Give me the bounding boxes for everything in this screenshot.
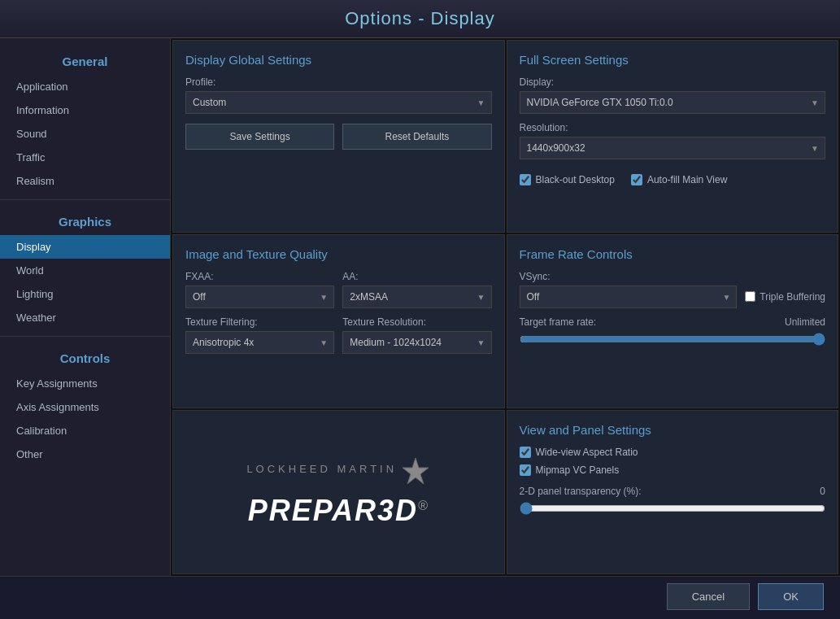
- sidebar-item-traffic[interactable]: Traffic: [0, 146, 170, 169]
- aa-row: AA: Off2xMSAA4xMSAA8xMSAA: [342, 271, 491, 308]
- triple-buffering-row[interactable]: Triple Buffering: [745, 291, 825, 303]
- profile-label: Profile:: [185, 76, 492, 88]
- sidebar-divider-1: [0, 199, 170, 200]
- aa-label: AA:: [342, 271, 491, 282]
- fxaa-select[interactable]: OffLowMediumHigh: [185, 286, 334, 308]
- tex-resolution-label: Texture Resolution:: [342, 316, 491, 328]
- bottom-bar: Cancel OK: [0, 576, 840, 617]
- lockheed-martin-icon: [401, 456, 430, 486]
- texture-panel: Image and Texture Quality FXAA: OffLowMe…: [172, 234, 505, 409]
- view-panel: View and Panel Settings Wide-view Aspect…: [507, 410, 839, 574]
- resolution-label: Resolution:: [520, 122, 826, 133]
- wideview-checkbox[interactable]: [520, 447, 531, 458]
- transparency-slider[interactable]: [520, 502, 826, 515]
- fxaa-select-wrapper: OffLowMediumHigh: [185, 286, 334, 308]
- sidebar-item-weather[interactable]: Weather: [0, 306, 170, 329]
- fxaa-row: FXAA: OffLowMediumHigh: [185, 271, 334, 308]
- sidebar: General Application Information Sound Tr…: [0, 38, 171, 576]
- mipmap-row: Mipmap VC Panels: [520, 464, 826, 476]
- lockheed-martin-text: LOCKHEED MARTIN: [246, 463, 397, 475]
- settings-buttons: Save Settings Reset Defaults: [185, 124, 492, 150]
- tex-resolution-row: Texture Resolution: Low - 512x512Medium …: [342, 316, 491, 354]
- target-rate-slider[interactable]: [520, 333, 826, 346]
- target-rate-value: Unlimited: [785, 316, 825, 328]
- fxaa-label: FXAA:: [185, 271, 334, 282]
- sidebar-item-application[interactable]: Application: [0, 75, 170, 98]
- lockheed-martin-logo: LOCKHEED MARTIN: [246, 456, 430, 486]
- view-panel-title: View and Panel Settings: [520, 423, 826, 437]
- tex-resolution-select[interactable]: Low - 512x512Medium - 1024x1024High - 20…: [342, 331, 491, 354]
- vsync-select[interactable]: OffOn: [520, 286, 738, 308]
- transparency-label: 2-D panel transparency (%):: [520, 486, 642, 497]
- sidebar-item-lighting[interactable]: Lighting: [0, 282, 170, 306]
- mipmap-label: Mipmap VC Panels: [536, 464, 620, 476]
- triple-buffering-label-text: Triple Buffering: [759, 291, 825, 303]
- target-rate-label: Target frame rate:: [520, 316, 597, 328]
- fullscreen-panel: Full Screen Settings Display: NVIDIA GeF…: [507, 40, 839, 233]
- sidebar-item-other[interactable]: Other: [0, 442, 170, 466]
- resolution-select-wrapper: 1920x1080x321440x900x321280x720x32: [520, 137, 826, 159]
- prepar3d-logo: PREPAR3D®: [248, 494, 429, 528]
- profile-select[interactable]: CustomLowMediumHighUltra: [185, 91, 492, 114]
- display-label: Display:: [520, 76, 826, 88]
- save-settings-button[interactable]: Save Settings: [185, 124, 334, 150]
- mipmap-checkbox[interactable]: [520, 464, 531, 476]
- sidebar-item-display[interactable]: Display: [0, 235, 170, 259]
- sidebar-item-information[interactable]: Information: [0, 98, 170, 122]
- autofill-checkbox[interactable]: [631, 174, 642, 185]
- sidebar-general-title: General: [0, 46, 170, 75]
- aa-select[interactable]: Off2xMSAA4xMSAA8xMSAA: [342, 286, 491, 308]
- sidebar-item-key-assignments[interactable]: Key Assignments: [0, 372, 170, 395]
- tex-filtering-row: Texture Filtering: BilinearTrilinearAnis…: [185, 316, 334, 354]
- sidebar-item-calibration[interactable]: Calibration: [0, 419, 170, 442]
- tex-resolution-select-wrapper: Low - 512x512Medium - 1024x1024High - 20…: [342, 331, 491, 354]
- autofill-row: Auto-fill Main View: [631, 174, 727, 185]
- vsync-form-row: VSync: OffOn Triple Buffering: [520, 271, 826, 308]
- reset-defaults-button[interactable]: Reset Defaults: [342, 124, 491, 150]
- wideview-row: Wide-view Aspect Ratio: [520, 447, 826, 458]
- transparency-value: 0: [820, 486, 825, 497]
- fullscreen-title: Full Screen Settings: [520, 53, 826, 67]
- ok-button[interactable]: OK: [758, 583, 824, 610]
- autofill-label: Auto-fill Main View: [647, 174, 727, 185]
- sidebar-item-realism[interactable]: Realism: [0, 169, 170, 193]
- transparency-labels: 2-D panel transparency (%): 0: [520, 486, 826, 497]
- display-global-panel: Display Global Settings Profile: CustomL…: [172, 40, 505, 233]
- target-rate-row: Target frame rate: Unlimited: [520, 316, 826, 349]
- tex-filter-res-row: Texture Filtering: BilinearTrilinearAnis…: [185, 316, 492, 362]
- triple-buffering-checkbox[interactable]: [745, 291, 755, 302]
- tex-filtering-select-wrapper: BilinearTrilinearAnisotropic 4xAnisotrop…: [185, 331, 334, 354]
- aa-select-wrapper: Off2xMSAA4xMSAA8xMSAA: [342, 286, 491, 308]
- svg-marker-0: [403, 458, 429, 484]
- cancel-button[interactable]: Cancel: [667, 583, 750, 610]
- transparency-row: 2-D panel transparency (%): 0: [520, 486, 826, 518]
- blackout-checkbox[interactable]: [520, 174, 531, 185]
- tex-filtering-select[interactable]: BilinearTrilinearAnisotropic 4xAnisotrop…: [185, 331, 334, 354]
- display-select[interactable]: NVIDIA GeForce GTX 1050 Ti:0.0: [520, 91, 826, 114]
- content-area: Display Global Settings Profile: CustomL…: [171, 38, 840, 576]
- display-select-wrapper: NVIDIA GeForce GTX 1050 Ti:0.0: [520, 91, 826, 114]
- sidebar-item-world[interactable]: World: [0, 259, 170, 282]
- blackout-label: Black-out Desktop: [536, 174, 615, 185]
- vsync-label: VSync:: [520, 271, 826, 282]
- profile-select-wrapper: CustomLowMediumHighUltra: [185, 91, 492, 114]
- vsync-select-wrapper: OffOn: [520, 286, 738, 308]
- logo-panel: LOCKHEED MARTIN PREPAR3D®: [172, 410, 505, 574]
- framerate-title: Frame Rate Controls: [520, 247, 826, 261]
- sidebar-item-sound[interactable]: Sound: [0, 122, 170, 146]
- fxaa-aa-row: FXAA: OffLowMediumHigh AA: Off2xMSAA4xMS…: [185, 271, 492, 316]
- framerate-panel: Frame Rate Controls VSync: OffOn Triple …: [507, 234, 839, 409]
- display-global-title: Display Global Settings: [185, 53, 492, 67]
- texture-title: Image and Texture Quality: [185, 247, 492, 261]
- resolution-row: Resolution: 1920x1080x321440x900x321280x…: [520, 122, 826, 159]
- tex-filtering-label: Texture Filtering:: [185, 316, 334, 328]
- blackout-row: Black-out Desktop: [520, 174, 615, 185]
- sidebar-divider-2: [0, 336, 170, 337]
- resolution-select[interactable]: 1920x1080x321440x900x321280x720x32: [520, 137, 826, 159]
- profile-row: Profile: CustomLowMediumHighUltra: [185, 76, 492, 114]
- sidebar-controls-title: Controls: [0, 343, 170, 372]
- sidebar-item-axis-assignments[interactable]: Axis Assignments: [0, 395, 170, 419]
- target-rate-labels: Target frame rate: Unlimited: [520, 316, 826, 328]
- sidebar-graphics-title: Graphics: [0, 207, 170, 235]
- wideview-label: Wide-view Aspect Ratio: [536, 447, 638, 458]
